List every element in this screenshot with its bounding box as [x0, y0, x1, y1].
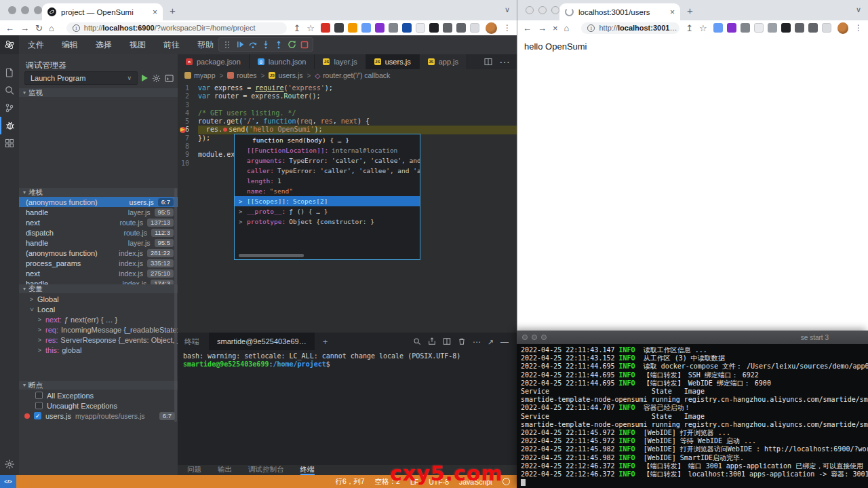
extension-icon[interactable]: [470, 23, 479, 33]
extension-icon[interactable]: [822, 23, 831, 33]
hover-property-row[interactable]: >[[Scopes]]:Scopes[2]: [235, 196, 420, 206]
extension-icon[interactable]: [443, 23, 452, 33]
tab-close-icon[interactable]: ×: [153, 7, 157, 17]
status-item[interactable]: 行6，列7: [335, 477, 364, 487]
breadcrumb-item[interactable]: myapp: [184, 71, 216, 79]
nav-forward-icon[interactable]: →: [20, 23, 29, 33]
extension-icon[interactable]: [348, 23, 357, 33]
start-debug-button[interactable]: [142, 75, 148, 81]
nav-forward-icon[interactable]: →: [538, 23, 547, 33]
url-text[interactable]: http://localhost:3001…: [599, 24, 677, 32]
hover-property-row[interactable]: length:1: [235, 176, 420, 186]
activity-source-control-icon[interactable]: [0, 99, 19, 117]
callstack-frame[interactable]: process_paramsindex.js335:12: [19, 258, 178, 268]
close-window-button[interactable]: [522, 335, 528, 340]
extension-icon[interactable]: [361, 23, 371, 33]
watch-section-header[interactable]: ▾ 监视: [19, 88, 178, 97]
variable-row[interactable]: >req: IncomingMessage {_readableState: R…: [19, 324, 178, 335]
extension-icon[interactable]: [768, 23, 777, 33]
browser-tab[interactable]: project — OpenSumi ×: [42, 3, 163, 20]
step-out-icon[interactable]: [273, 39, 284, 50]
step-into-icon[interactable]: [260, 39, 271, 50]
extension-icon[interactable]: [713, 23, 723, 33]
editor-tab[interactable]: JSlayer.js: [315, 54, 366, 69]
menu-item[interactable]: 视图: [121, 39, 155, 51]
extension-icon[interactable]: [781, 23, 791, 33]
step-over-icon[interactable]: [248, 39, 258, 50]
hover-property-row[interactable]: caller:TypeError: 'caller', 'callee', an…: [235, 166, 420, 176]
editor-tab[interactable]: JSusers.js: [366, 54, 420, 69]
profile-avatar[interactable]: [837, 22, 848, 34]
extension-icon[interactable]: [389, 23, 398, 33]
extension-icon[interactable]: [416, 23, 425, 33]
address-bar[interactable]: i http://localhost:3001…: [581, 22, 679, 34]
activity-explorer-icon[interactable]: [0, 64, 19, 81]
zoom-window-button[interactable]: [551, 6, 559, 14]
nav-stop-icon[interactable]: ×: [553, 23, 558, 33]
menu-item[interactable]: 编辑: [53, 39, 87, 51]
tab-close-icon[interactable]: ×: [670, 7, 675, 17]
close-window-button[interactable]: [526, 6, 534, 14]
callstack-frame[interactable]: nextroute.js137:13: [19, 217, 178, 227]
notification-bell-icon[interactable]: [502, 478, 510, 485]
hover-property-row[interactable]: [[FunctionLocation]]:internal#location: [235, 145, 420, 155]
url-text[interactable]: http://localhost:6900/?workspaceDir=/hom…: [84, 24, 256, 32]
callstack-frame[interactable]: dispatchroute.js112:3: [19, 227, 178, 238]
exception-checkbox[interactable]: [35, 402, 43, 409]
breadcrumb-item[interactable]: routes: [227, 71, 256, 79]
bookmark-star-icon[interactable]: ☆: [307, 24, 315, 33]
more-actions-icon[interactable]: ⋯: [499, 56, 510, 69]
browser-tab[interactable]: localhost:3001/users ×: [559, 3, 680, 20]
callstack-frame[interactable]: handlelayer.js95:5: [19, 207, 178, 217]
terminal-export-icon[interactable]: [428, 337, 436, 345]
callstack-frame[interactable]: (anonymous function)index.js281:22: [19, 248, 178, 258]
new-terminal-button[interactable]: +: [323, 337, 328, 347]
extension-icon[interactable]: [795, 23, 804, 33]
minimize-window-button[interactable]: [532, 335, 537, 340]
editor-tab[interactable]: {}launch.json: [250, 54, 315, 69]
terminal-output[interactable]: bash: warning: setlocale: LC_ALL: cannot…: [178, 350, 517, 370]
profile-avatar[interactable]: [486, 22, 497, 34]
continue-icon[interactable]: [235, 39, 245, 50]
extension-icon[interactable]: [456, 23, 466, 33]
activity-settings-icon[interactable]: [0, 459, 19, 470]
extension-icon[interactable]: [429, 23, 439, 33]
minimize-window-button[interactable]: [538, 6, 547, 14]
variable-row[interactable]: >res: ServerResponse {_events: Object, _…: [19, 335, 178, 345]
panel-tab[interactable]: 调试控制台: [248, 465, 284, 475]
restart-icon[interactable]: [286, 39, 297, 50]
popup-scrollbar[interactable]: [239, 254, 304, 257]
zoom-window-button[interactable]: [34, 6, 42, 14]
variable-row[interactable]: >Global: [19, 294, 178, 304]
activity-debug-icon[interactable]: [0, 117, 19, 134]
share-icon[interactable]: ↥: [293, 24, 300, 33]
nav-back-icon[interactable]: ←: [523, 23, 532, 33]
remote-indicator[interactable]: </>: [0, 475, 16, 488]
site-info-icon[interactable]: i: [73, 24, 80, 32]
extension-icon[interactable]: [741, 23, 750, 33]
extension-icon[interactable]: [402, 23, 412, 33]
nav-home-icon[interactable]: ⌂: [564, 23, 570, 33]
breakpoint-row[interactable]: Uncaught Exceptions: [19, 400, 178, 411]
menu-item[interactable]: 文件: [19, 39, 53, 51]
extension-icon[interactable]: [727, 23, 736, 33]
sidebar-scrollbar[interactable]: [174, 188, 177, 422]
breakpoint-row[interactable]: All Exceptions: [19, 390, 178, 400]
browser-menu-icon[interactable]: ⋮: [854, 23, 863, 33]
callstack-frame[interactable]: handlelayer.js95:5: [19, 238, 178, 248]
minimize-window-button[interactable]: [21, 6, 29, 14]
nav-reload-icon[interactable]: ↻: [35, 23, 43, 33]
hover-property-row[interactable]: >__proto__:ƒ () { … }: [235, 206, 420, 217]
tab-list-chevron-icon[interactable]: ∨: [856, 5, 861, 14]
editor-tab[interactable]: JSapp.js: [420, 54, 467, 69]
new-tab-button[interactable]: +: [170, 5, 176, 16]
menu-item[interactable]: 帮助: [189, 39, 222, 51]
exception-checkbox[interactable]: [35, 392, 43, 399]
drag-handle-icon[interactable]: [222, 39, 233, 50]
editor-tab[interactable]: npackage.json: [178, 54, 250, 69]
panel-tab[interactable]: 输出: [218, 465, 232, 475]
callstack-frame[interactable]: nextindex.js275:10: [19, 268, 178, 278]
extension-icon[interactable]: [334, 23, 344, 33]
terminal-split-icon[interactable]: [443, 337, 451, 345]
variable-row[interactable]: >next: ƒ next(err) { … }: [19, 314, 178, 324]
